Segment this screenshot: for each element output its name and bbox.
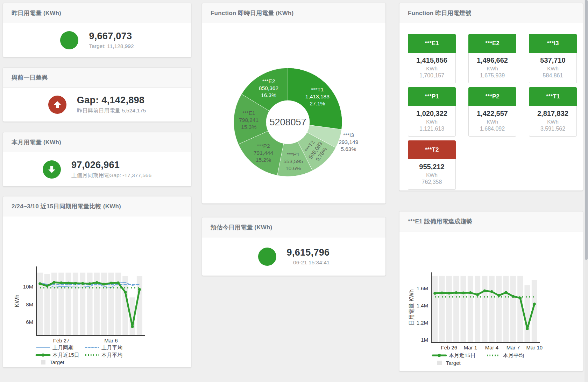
x-tick-label: Mar 4 xyxy=(485,345,498,350)
data-point xyxy=(490,290,493,293)
data-point xyxy=(526,327,529,330)
x-tick-label: Mar 1 xyxy=(464,345,477,350)
data-point xyxy=(476,293,479,296)
data-point xyxy=(81,282,84,285)
y-axis-label: 日用電量 KWh xyxy=(409,289,415,325)
tile-target: 1,675,939 xyxy=(469,72,515,79)
legend-item-Target[interactable]: Target xyxy=(437,360,461,366)
data-point xyxy=(60,282,63,284)
data-point xyxy=(88,282,91,285)
legend-item-Target[interactable]: Target xyxy=(41,359,65,365)
data-point xyxy=(469,291,472,294)
tile-value: 1,496,662 xyxy=(469,56,515,64)
panel-title-text: ***E1 設備用電達成趨勢 xyxy=(408,217,472,225)
yesterday-usage-value: 9,667,073 xyxy=(89,31,134,42)
red-up-arrow-icon xyxy=(48,96,66,114)
tile-value: 1,415,856 xyxy=(409,56,455,64)
tile-unit: KWh xyxy=(469,119,515,125)
data-point xyxy=(110,282,113,284)
day-gap-subtext: 昨日與前日用電量 5,524,175 xyxy=(77,107,146,114)
target-bar xyxy=(525,285,530,342)
data-point xyxy=(102,283,105,286)
data-point xyxy=(462,292,465,294)
panel-title: 本月用電量 (KWh) xyxy=(3,132,191,152)
target-bar xyxy=(453,276,459,342)
target-bar xyxy=(489,276,495,342)
status-tile-P2: ***P21,422,557KWh1,684,092 xyxy=(468,87,516,137)
green-down-arrow-icon xyxy=(43,160,61,179)
panel-title-text: 2/24~3/10 近15日同期用電量比較 (KWh) xyxy=(12,202,121,210)
target-bar xyxy=(496,276,502,342)
legend-item-上月同期[interactable]: 上月同期 xyxy=(36,345,73,350)
svg-text:***I3293,1495.63%: ***I3293,1495.63% xyxy=(339,132,358,152)
donut-center-total: 5208057 xyxy=(269,117,306,127)
tile-body: 1,415,856KWh1,700,157 xyxy=(408,53,456,83)
y-tick-label: 1.2M xyxy=(417,320,428,326)
tile-unit: KWh xyxy=(409,119,455,125)
data-point xyxy=(38,282,41,285)
panel-title: 預估今日用電量 (KWh) xyxy=(202,217,385,237)
target-bar xyxy=(510,276,516,342)
data-point xyxy=(505,291,508,294)
target-bar xyxy=(37,273,43,335)
tile-unit: KWh xyxy=(530,119,576,125)
y-tick-label: 1.6M xyxy=(417,285,428,291)
legend-item-本月平均[interactable]: 本月平均 xyxy=(85,352,122,358)
target-bar xyxy=(137,276,142,335)
month-usage-value: 97,026,961 xyxy=(71,160,151,171)
tile-body: 955,212KWh762,358 xyxy=(408,159,456,190)
vertical-scrollbar-track xyxy=(585,0,588,382)
panel-title-text: 預估今日用電量 (KWh) xyxy=(211,223,272,231)
month-usage-gap: 上個月同期用電Gap: -17,377,566 xyxy=(71,172,151,179)
legend-item-上月平均[interactable]: 上月平均 xyxy=(85,345,122,350)
status-tile-T1: ***T12,817,832KWh3,591,562 xyxy=(529,87,577,137)
target-bar xyxy=(87,273,93,335)
stat-block: 97,026,961 上個月同期用電Gap: -17,377,566 xyxy=(71,160,151,179)
svg-text:上月同期: 上月同期 xyxy=(52,345,73,350)
tile-unit: KWh xyxy=(409,65,455,71)
panel-realtime-donut: Function 即時日用電量 (KWh) ***T11,413,18327.1… xyxy=(202,3,386,204)
target-bar xyxy=(482,276,488,342)
panel-day-gap: 與前一日差異 Gap: 4,142,898 昨日與前日用電量 5,524,175 xyxy=(3,67,191,122)
panel-title-text: 本月用電量 (KWh) xyxy=(12,138,61,146)
y-axis-label: KWh xyxy=(14,294,20,307)
svg-text:本月平均: 本月平均 xyxy=(503,352,524,358)
status-tile-P1: ***P11,020,322KWh1,121,613 xyxy=(408,87,456,137)
legend-item-本月平均[interactable]: 本月平均 xyxy=(487,352,524,358)
data-point xyxy=(433,292,436,295)
stat-block: Gap: 4,142,898 昨日與前日用電量 5,524,175 xyxy=(77,95,146,114)
tile-body: 1,422,557KWh1,684,092 xyxy=(468,106,516,137)
tile-target: 584,861 xyxy=(530,72,576,79)
e1-trend-line-chart[interactable]: 1M1.2M1.4M1.6M日用電量 KWhFeb 26Mar 1Mar 4Ma… xyxy=(399,231,583,371)
status-tile-E2: ***E21,496,662KWh1,675,939 xyxy=(468,34,516,83)
legend-item-本月近15日[interactable]: 本月近15日 xyxy=(433,352,476,358)
target-bar xyxy=(468,276,473,342)
green-status-circle-icon xyxy=(258,248,276,266)
panel-month-usage: 本月用電量 (KWh) 97,026,961 上個月同期用電Gap: -17,3… xyxy=(3,132,191,187)
panel-title-text: 昨日用電量 (KWh) xyxy=(12,9,61,17)
tile-value: 2,817,832 xyxy=(530,110,576,118)
svg-text:本月近15日: 本月近15日 xyxy=(52,352,79,358)
tile-body: 1,496,662KWh1,675,939 xyxy=(468,53,516,83)
svg-text:上月平均: 上月平均 xyxy=(101,345,122,350)
data-point xyxy=(131,325,134,328)
tile-value: 1,020,322 xyxy=(409,110,455,118)
panel-title-text: Function 昨日用電燈號 xyxy=(408,9,471,17)
realtime-donut-chart[interactable]: ***T11,413,18327.1%***I3293,1495.63%***T… xyxy=(202,23,385,203)
tile-label: ***I3 xyxy=(529,34,577,53)
data-point xyxy=(74,282,77,285)
panel-title: Function 昨日用電燈號 xyxy=(399,3,583,23)
panel-status-lights: Function 昨日用電燈號 ***E11,415,856KWh1,700,1… xyxy=(399,3,583,191)
compare-line-chart[interactable]: 6M8M10MKWhFeb 27Mar 6上月同期上月平均本月近15日本月平均T… xyxy=(3,216,191,367)
tile-value: 537,710 xyxy=(530,56,576,64)
data-point xyxy=(441,292,444,294)
svg-text:本月平均: 本月平均 xyxy=(101,352,122,358)
data-point xyxy=(95,281,98,284)
vertical-scrollbar-thumb[interactable] xyxy=(585,0,588,260)
legend-item-本月近15日[interactable]: 本月近15日 xyxy=(36,352,79,358)
estimate-value: 9,615,796 xyxy=(287,247,330,258)
panel-today-estimate: 預估今日用電量 (KWh) 9,615,796 06-21 15:34:41 xyxy=(202,217,386,276)
tile-label: ***E1 xyxy=(408,34,456,53)
target-bar xyxy=(461,276,466,342)
target-bar xyxy=(44,274,50,335)
